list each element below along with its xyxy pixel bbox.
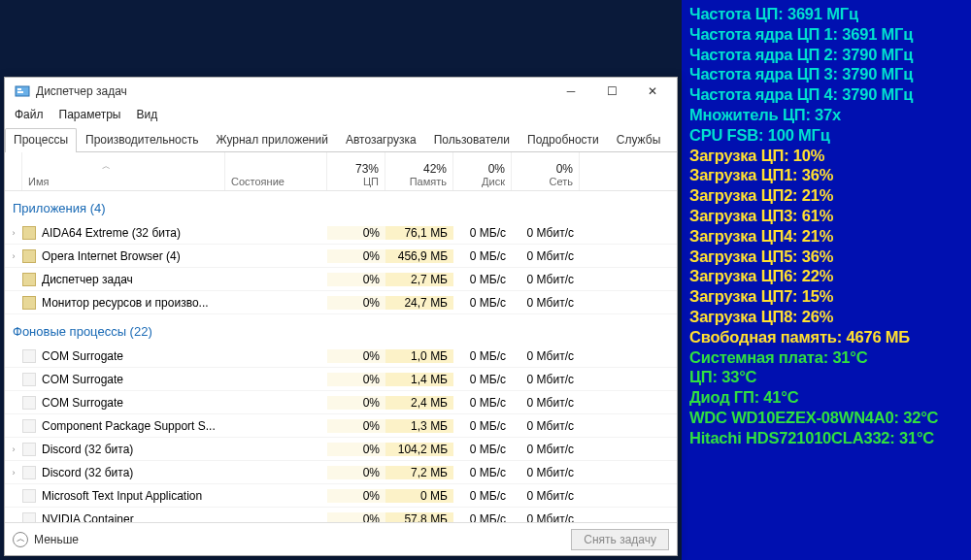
task-manager-icon — [15, 83, 30, 99]
menu-Параметры[interactable]: Параметры — [51, 106, 129, 123]
process-memory: 2,4 МБ — [385, 396, 453, 410]
tab-2[interactable]: Журнал приложений — [208, 128, 337, 151]
osd-line: Загрузка ЦП4: 21% — [689, 226, 963, 247]
col-network[interactable]: 0%Сеть — [512, 152, 580, 190]
osd-line: WDC WD10EZEX-08WN4A0: 32°C — [689, 408, 963, 428]
tab-1[interactable]: Производительность — [77, 128, 207, 151]
process-cpu: 0% — [327, 512, 385, 523]
process-disk: 0 МБ/с — [453, 489, 512, 503]
process-name: Монитор ресурсов и произво... — [42, 296, 209, 310]
process-disk: 0 МБ/с — [453, 512, 512, 523]
group-header[interactable]: Фоновые процессы (22) — [5, 314, 677, 345]
menu-Вид[interactable]: Вид — [128, 106, 165, 123]
process-network: 0 Мбит/с — [512, 349, 580, 363]
tab-0[interactable]: Процессы — [5, 128, 77, 152]
close-button[interactable]: ✕ — [632, 78, 673, 105]
process-cpu: 0% — [327, 349, 385, 363]
process-cpu: 0% — [327, 443, 385, 456]
osd-line: Множитель ЦП: 37x — [689, 105, 963, 125]
process-network: 0 Мбит/с — [512, 396, 580, 410]
osd-line: Hitachi HDS721010CLA332: 31°C — [689, 428, 963, 448]
process-row[interactable]: COM Surrogate0%1,0 МБ0 МБ/с0 Мбит/с — [5, 345, 677, 368]
process-disk: 0 МБ/с — [453, 419, 512, 433]
process-cpu: 0% — [327, 226, 385, 240]
maximize-button[interactable]: ☐ — [591, 78, 632, 105]
expand-chevron-icon[interactable]: › — [5, 468, 22, 478]
osd-line: Загрузка ЦП3: 61% — [689, 206, 963, 226]
process-cpu: 0% — [327, 373, 385, 386]
process-network: 0 Мбит/с — [512, 443, 580, 456]
osd-line: Загрузка ЦП1: 36% — [689, 165, 963, 185]
process-icon — [22, 466, 36, 479]
col-name[interactable]: ︿Имя — [22, 152, 225, 190]
process-row[interactable]: ›Opera Internet Browser (4)0%456,9 МБ0 М… — [5, 245, 677, 268]
process-list[interactable]: Приложения (4)›AIDA64 Extreme (32 бита)0… — [5, 191, 677, 522]
process-row[interactable]: COM Surrogate0%2,4 МБ0 МБ/с0 Мбит/с — [5, 391, 677, 414]
group-header[interactable]: Приложения (4) — [5, 191, 677, 221]
svg-rect-1 — [17, 88, 21, 90]
minimize-button[interactable]: ─ — [551, 78, 591, 105]
process-icon — [22, 396, 36, 410]
process-row[interactable]: ›AIDA64 Extreme (32 бита)0%76,1 МБ0 МБ/с… — [5, 221, 677, 245]
process-name: COM Surrogate — [42, 373, 123, 386]
process-row[interactable]: Microsoft Text Input Application0%0 МБ0 … — [5, 484, 677, 508]
menubar: ФайлПараметрыВид — [5, 105, 677, 124]
expand-chevron-icon[interactable]: › — [5, 251, 22, 261]
process-row[interactable]: Component Package Support S...0%1,3 МБ0 … — [5, 414, 677, 438]
process-network: 0 Мбит/с — [512, 419, 580, 433]
osd-line: Частота ядра ЦП 2: 3790 МГц — [689, 45, 963, 65]
fewer-details-button[interactable]: ︿ Меньше — [13, 532, 571, 547]
process-row[interactable]: ›Discord (32 бита)0%7,2 МБ0 МБ/с0 Мбит/с — [5, 461, 677, 484]
process-disk: 0 МБ/с — [453, 466, 512, 479]
process-memory: 2,7 МБ — [385, 273, 453, 286]
process-row[interactable]: ›Discord (32 бита)0%104,2 МБ0 МБ/с0 Мбит… — [5, 438, 677, 461]
process-network: 0 Мбит/с — [512, 273, 580, 286]
titlebar[interactable]: Диспетчер задач ─ ☐ ✕ — [5, 78, 677, 105]
expand-chevron-icon[interactable]: › — [5, 228, 22, 238]
tab-6[interactable]: Службы — [608, 128, 669, 151]
process-cpu: 0% — [327, 296, 385, 310]
osd-line: ЦП: 33°C — [689, 367, 963, 387]
process-cpu: 0% — [327, 249, 385, 263]
svg-rect-2 — [17, 91, 23, 93]
process-icon — [22, 373, 36, 386]
process-network: 0 Мбит/с — [512, 373, 580, 386]
process-memory: 76,1 МБ — [385, 226, 453, 240]
col-disk[interactable]: 0%Диск — [453, 152, 512, 190]
process-row[interactable]: Монитор ресурсов и произво...0%24,7 МБ0 … — [5, 291, 677, 314]
process-name: Component Package Support S... — [42, 419, 216, 433]
process-icon — [22, 249, 36, 263]
process-row[interactable]: NVIDIA Container0%57,8 МБ0 МБ/с0 Мбит/с — [5, 508, 677, 522]
tab-5[interactable]: Подробности — [519, 128, 608, 151]
process-name: COM Surrogate — [42, 349, 123, 363]
process-cpu: 0% — [327, 273, 385, 286]
process-disk: 0 МБ/с — [453, 349, 512, 363]
column-headers: ︿Имя Состояние 73%ЦП 42%Память 0%Диск 0%… — [5, 152, 677, 191]
footer: ︿ Меньше Снять задачу — [5, 522, 677, 555]
osd-line: Загрузка ЦП6: 22% — [689, 266, 963, 286]
end-task-button[interactable]: Снять задачу — [571, 529, 669, 550]
process-disk: 0 МБ/с — [453, 373, 512, 386]
tab-3[interactable]: Автозагрузка — [337, 128, 425, 151]
process-memory: 1,0 МБ — [385, 349, 453, 363]
expand-chevron-icon[interactable]: › — [5, 445, 22, 454]
task-manager-window: Диспетчер задач ─ ☐ ✕ ФайлПараметрыВид П… — [4, 77, 678, 556]
process-icon — [22, 273, 36, 286]
osd-line: Загрузка ЦП2: 21% — [689, 185, 963, 206]
sort-indicator-icon: ︿ — [102, 160, 111, 173]
process-cpu: 0% — [327, 419, 385, 433]
osd-line: Частота ядра ЦП 4: 3790 МГц — [689, 84, 963, 105]
menu-Файл[interactable]: Файл — [7, 106, 51, 123]
osd-line: Загрузка ЦП: 10% — [689, 146, 963, 166]
tab-4[interactable]: Пользователи — [425, 128, 519, 151]
process-name: Discord (32 бита) — [42, 466, 133, 479]
col-memory[interactable]: 42%Память — [385, 152, 453, 190]
col-state[interactable]: Состояние — [225, 152, 327, 190]
process-name: Discord (32 бита) — [42, 443, 133, 456]
process-row[interactable]: COM Surrogate0%1,4 МБ0 МБ/с0 Мбит/с — [5, 368, 677, 391]
col-cpu[interactable]: 73%ЦП — [327, 152, 385, 190]
chevron-up-icon: ︿ — [13, 532, 28, 547]
process-memory: 24,7 МБ — [385, 296, 453, 310]
osd-line: Загрузка ЦП5: 36% — [689, 247, 963, 267]
process-row[interactable]: Диспетчер задач0%2,7 МБ0 МБ/с0 Мбит/с — [5, 268, 677, 291]
